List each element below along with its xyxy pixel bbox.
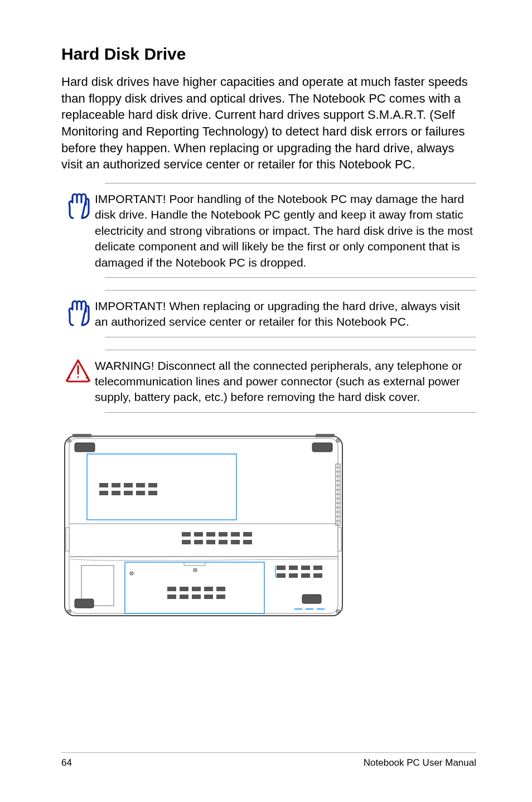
svg-rect-43 [182, 540, 191, 544]
warning-icon [61, 358, 95, 383]
notice-text: IMPORTANT! When replacing or upgrading t… [95, 298, 476, 330]
svg-rect-17 [99, 491, 108, 495]
svg-rect-65 [216, 595, 225, 599]
svg-rect-56 [167, 587, 176, 591]
svg-rect-71 [289, 573, 298, 578]
notice-text: WARNING! Disconnect all the connected pe… [95, 358, 476, 405]
svg-rect-37 [182, 532, 191, 537]
svg-rect-72 [301, 573, 310, 578]
page-number: 64 [61, 757, 72, 769]
svg-rect-4 [316, 434, 335, 437]
svg-rect-1 [65, 436, 342, 616]
svg-rect-73 [313, 573, 322, 578]
notice-important-2: IMPORTANT! When replacing or upgrading t… [105, 290, 476, 337]
svg-rect-49 [66, 528, 69, 551]
hand-icon [61, 191, 95, 220]
svg-rect-3 [72, 434, 91, 437]
intro-paragraph: Hard disk drives have higher capacities … [61, 74, 476, 173]
svg-rect-41 [231, 532, 240, 537]
svg-rect-67 [289, 566, 298, 570]
hand-icon [61, 298, 95, 327]
svg-rect-59 [204, 587, 213, 591]
svg-rect-48 [243, 540, 252, 544]
svg-rect-44 [194, 540, 203, 544]
svg-rect-13 [112, 483, 120, 487]
svg-rect-70 [277, 573, 286, 578]
svg-rect-50 [338, 528, 341, 551]
svg-rect-46 [219, 540, 228, 544]
svg-rect-21 [148, 491, 157, 495]
svg-rect-62 [180, 595, 188, 599]
svg-rect-47 [231, 540, 240, 544]
svg-rect-63 [192, 595, 201, 599]
svg-rect-20 [136, 491, 145, 495]
svg-rect-57 [180, 587, 188, 591]
svg-rect-60 [216, 587, 225, 591]
svg-rect-18 [112, 491, 120, 495]
svg-rect-69 [313, 566, 322, 570]
svg-rect-45 [206, 540, 215, 544]
notebook-bottom-diagram [61, 432, 346, 621]
svg-rect-75 [302, 595, 321, 603]
svg-rect-15 [136, 483, 145, 487]
notice-warning: WARNING! Disconnect all the connected pe… [105, 350, 476, 413]
svg-rect-12 [99, 483, 108, 487]
svg-rect-68 [301, 566, 310, 570]
svg-rect-19 [124, 491, 133, 495]
footer-title: Notebook PC User Manual [364, 757, 476, 769]
page-footer: 64 Notebook PC User Manual [61, 752, 476, 769]
svg-rect-16 [148, 483, 157, 487]
svg-rect-14 [124, 483, 133, 487]
svg-rect-10 [312, 443, 332, 452]
notice-important-1: IMPORTANT! Poor handling of the Notebook… [105, 183, 476, 278]
svg-rect-61 [167, 595, 176, 599]
svg-rect-39 [206, 532, 215, 537]
svg-rect-42 [243, 532, 252, 537]
svg-rect-38 [194, 532, 203, 537]
notice-text: IMPORTANT! Poor handling of the Notebook… [95, 191, 476, 270]
svg-rect-52 [75, 599, 94, 608]
svg-rect-66 [277, 566, 286, 570]
svg-rect-64 [204, 595, 213, 599]
svg-point-0 [77, 376, 79, 378]
svg-rect-9 [75, 443, 95, 452]
svg-rect-40 [219, 532, 228, 537]
svg-rect-58 [192, 587, 201, 591]
section-heading: Hard Disk Drive [61, 45, 476, 64]
